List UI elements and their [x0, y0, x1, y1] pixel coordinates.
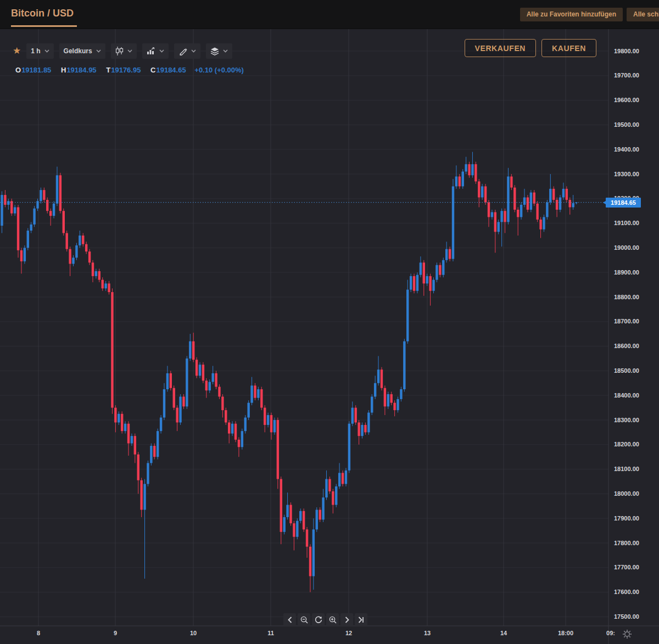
- candle-body: [416, 275, 418, 291]
- chevron-right-icon: [345, 617, 349, 623]
- candle-body: [556, 200, 558, 210]
- candle-body: [205, 380, 208, 390]
- candle-body: [118, 414, 120, 423]
- candle-body: [488, 203, 490, 217]
- candle-body: [147, 463, 149, 484]
- candle-body: [468, 164, 470, 175]
- y-axis-label: 19300.00: [614, 171, 639, 177]
- candle-body: [160, 418, 162, 432]
- candle-body: [338, 473, 340, 486]
- candle-body: [202, 365, 204, 380]
- candle-body: [309, 547, 311, 576]
- x-axis-label: 8: [37, 630, 40, 636]
- draw-dropdown[interactable]: [174, 43, 200, 59]
- candle-body: [498, 222, 500, 232]
- y-axis-label: 18600.00: [614, 343, 639, 349]
- candle-body: [390, 394, 393, 403]
- candle-body: [228, 422, 230, 433]
- candlestick-style-icon: [115, 47, 124, 55]
- candle-body: [523, 198, 526, 205]
- candle-body: [153, 446, 155, 457]
- y-axis-label: 19400.00: [614, 146, 639, 153]
- candle-body: [328, 479, 331, 491]
- x-axis-label: 14: [500, 630, 507, 636]
- compare-dropdown[interactable]: [142, 43, 169, 59]
- candle-body: [439, 265, 441, 275]
- trading-app: 19800.0019700.0019600.0019500.0019400.00…: [0, 0, 659, 644]
- candle-body: [513, 188, 516, 210]
- candle-body: [462, 172, 464, 187]
- interval-dropdown[interactable]: 1 h: [26, 43, 53, 59]
- candle-body: [393, 403, 395, 410]
- candle-body: [533, 193, 535, 204]
- candle-body: [254, 385, 256, 397]
- candle-body: [332, 491, 334, 505]
- layers-dropdown[interactable]: [206, 43, 232, 59]
- x-axis-label: 09:: [606, 630, 615, 636]
- y-axis-label: 19100.00: [614, 220, 639, 226]
- candle-body: [420, 262, 422, 275]
- candle-body: [312, 529, 315, 576]
- candle-body: [56, 175, 58, 204]
- candle-body: [299, 511, 301, 521]
- zoom-out-icon: [300, 616, 308, 624]
- favorite-star-icon[interactable]: ★: [13, 43, 21, 59]
- chevron-down-icon: [159, 49, 164, 53]
- candle-body: [260, 389, 263, 408]
- candle-body: [46, 200, 48, 211]
- candle-body: [432, 280, 434, 291]
- candle-body: [102, 280, 104, 289]
- candle-body: [108, 283, 110, 292]
- pencil-icon: [178, 47, 187, 55]
- y-axis-label: 18100.00: [614, 466, 639, 472]
- candle-body: [286, 505, 288, 517]
- candle-body: [345, 471, 347, 484]
- y-axis-label: 17800.00: [614, 540, 639, 546]
- candle-body: [189, 341, 191, 359]
- candle-body: [426, 276, 428, 283]
- candle-body: [234, 424, 237, 440]
- candle-body: [494, 212, 496, 232]
- sell-button[interactable]: VERKAUFEN: [465, 39, 537, 57]
- candle-body: [572, 203, 574, 208]
- candle-body: [257, 389, 259, 398]
- candle-body: [435, 265, 438, 280]
- candle-body: [49, 211, 52, 216]
- zoom-in-button[interactable]: [326, 613, 339, 626]
- interval-label: 1 h: [31, 47, 40, 55]
- low-value: 19176.95: [111, 66, 141, 74]
- candle-body: [218, 387, 220, 397]
- add-all-favorites-button[interactable]: Alle zu Favoriten hinzufügen: [520, 8, 623, 21]
- chevron-down-icon: [223, 49, 228, 53]
- close-all-button[interactable]: Alle schließen: [627, 8, 659, 21]
- candle-body: [4, 195, 6, 205]
- buy-button[interactable]: KAUFEN: [541, 39, 596, 57]
- candle-body: [413, 276, 415, 291]
- axis-settings-button[interactable]: [622, 629, 632, 641]
- current-price-tag: 19184.65: [606, 198, 641, 208]
- candle-body: [459, 176, 461, 186]
- candle-body: [273, 420, 276, 432]
- candlestick-chart[interactable]: [0, 0, 659, 644]
- chart-style-dropdown[interactable]: [111, 43, 137, 59]
- gear-icon: [622, 629, 632, 639]
- price-type-dropdown[interactable]: Geldkurs: [59, 43, 105, 59]
- high-label: H: [61, 66, 66, 74]
- scroll-right-button[interactable]: [340, 613, 353, 626]
- reset-view-button[interactable]: [312, 613, 325, 626]
- candle-body: [481, 186, 483, 197]
- zoom-out-button[interactable]: [298, 613, 310, 626]
- go-to-end-button[interactable]: [355, 613, 367, 626]
- y-axis-label: 18900.00: [614, 269, 639, 276]
- x-axis-label: 10: [190, 630, 197, 636]
- x-axis-label: 13: [424, 630, 431, 636]
- candle-body: [182, 396, 185, 406]
- candle-body: [199, 365, 201, 376]
- candle-body: [124, 424, 126, 431]
- layers-icon: [210, 47, 219, 55]
- candle-body: [66, 233, 68, 249]
- candle-body: [121, 414, 123, 431]
- candle-body: [296, 521, 298, 537]
- scroll-left-button[interactable]: [283, 613, 296, 626]
- candle-body: [163, 389, 165, 418]
